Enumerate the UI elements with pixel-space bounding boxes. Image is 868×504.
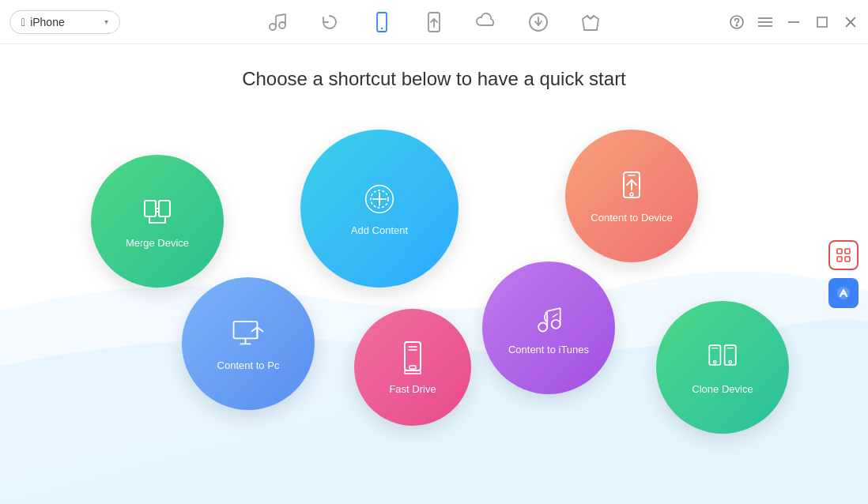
content-to-itunes-button[interactable]: Content to iTunes xyxy=(482,261,615,394)
device-name: iPhone xyxy=(30,16,65,28)
svg-rect-17 xyxy=(817,17,827,27)
svg-point-1 xyxy=(279,22,285,28)
nav-ios[interactable] xyxy=(419,7,449,37)
svg-rect-51 xyxy=(845,257,850,261)
menu-button[interactable] xyxy=(757,14,773,30)
svg-rect-20 xyxy=(145,201,156,216)
fast-drive-button[interactable]: Fast Drive xyxy=(354,309,471,426)
fast-drive-label: Fast Drive xyxy=(389,383,436,395)
svg-point-0 xyxy=(270,24,276,30)
content-to-itunes-label: Content to iTunes xyxy=(508,344,589,355)
page-title: Choose a shortcut below to have a quick … xyxy=(0,44,868,90)
grid-view-button[interactable] xyxy=(828,240,859,270)
content-to-device-label: Content to Device xyxy=(591,212,672,224)
main-content: Choose a shortcut below to have a quick … xyxy=(0,44,868,504)
clone-device-button[interactable]: Clone Device xyxy=(656,301,789,434)
nav-device[interactable] xyxy=(367,7,397,37)
clone-device-label: Clone Device xyxy=(692,383,753,395)
svg-rect-49 xyxy=(845,249,850,254)
close-button[interactable] xyxy=(843,14,859,30)
svg-line-41 xyxy=(547,308,560,311)
minimize-button[interactable] xyxy=(786,14,802,30)
nav-bar xyxy=(262,7,606,37)
svg-point-27 xyxy=(630,193,633,196)
window-controls xyxy=(729,14,859,30)
svg-point-12 xyxy=(736,24,738,26)
svg-rect-36 xyxy=(409,366,416,369)
nav-cloud[interactable] xyxy=(471,7,501,37)
svg-rect-50 xyxy=(837,257,842,261)
nav-music[interactable] xyxy=(262,7,292,37)
device-selector[interactable]:  iPhone ▾ xyxy=(9,10,120,34)
tool-button[interactable] xyxy=(828,278,859,308)
svg-point-37 xyxy=(538,322,547,331)
nav-backup[interactable] xyxy=(315,7,345,37)
apple-icon:  xyxy=(21,16,25,28)
merge-device-button[interactable]: Merge Device xyxy=(91,155,224,288)
svg-point-38 xyxy=(552,319,560,328)
merge-device-label: Merge Device xyxy=(126,237,189,249)
svg-point-46 xyxy=(714,360,717,363)
titlebar:  iPhone ▾ xyxy=(0,0,868,44)
side-panel xyxy=(828,240,859,308)
chevron-down-icon: ▾ xyxy=(104,17,108,26)
content-to-pc-label: Content to Pc xyxy=(217,359,280,371)
content-to-device-button[interactable]: Content to Device xyxy=(565,130,698,262)
svg-rect-48 xyxy=(837,249,842,254)
nav-download[interactable] xyxy=(523,7,553,37)
add-content-button[interactable]: Add Content xyxy=(300,130,459,288)
svg-point-52 xyxy=(837,287,850,299)
maximize-button[interactable] xyxy=(814,14,830,30)
content-to-pc-button[interactable]: Content to Pc xyxy=(182,277,315,410)
add-content-label: Add Content xyxy=(351,224,408,236)
help-button[interactable] xyxy=(729,14,745,30)
svg-line-4 xyxy=(276,14,285,16)
circles-container: Merge Device Add Content Content to Devi… xyxy=(0,107,821,504)
svg-rect-21 xyxy=(159,201,170,216)
svg-point-47 xyxy=(729,360,732,363)
nav-toolkit[interactable] xyxy=(576,7,606,37)
